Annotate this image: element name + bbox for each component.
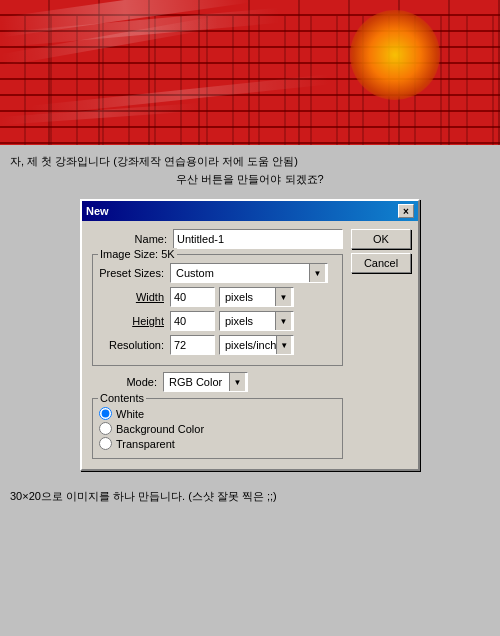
width-unit-select[interactable]: pixels ▼: [219, 287, 294, 307]
sun-decoration: [350, 10, 440, 100]
width-label: Width: [99, 291, 164, 303]
radio-bg-row: Background Color: [99, 422, 336, 435]
mode-arrow-icon: ▼: [229, 373, 245, 391]
dialog-container: New × Name: Image Size: 5K: [0, 194, 500, 481]
radio-transparent-label: Transparent: [116, 438, 175, 450]
name-label: Name:: [92, 233, 167, 245]
resolution-unit-arrow-icon: ▼: [276, 336, 291, 354]
width-input[interactable]: [170, 287, 215, 307]
height-unit-value: pixels: [222, 315, 275, 327]
dialog-titlebar: New ×: [82, 201, 418, 221]
cancel-button[interactable]: Cancel: [351, 253, 411, 273]
mode-select[interactable]: RGB Color ▼: [163, 372, 248, 392]
name-row: Name:: [92, 229, 343, 249]
height-input[interactable]: [170, 311, 215, 331]
header-image: [0, 0, 500, 145]
resolution-unit-select[interactable]: pixels/inch ▼: [219, 335, 294, 355]
dialog-left-panel: Name: Image Size: 5K Preset Sizes: Custo…: [92, 229, 343, 459]
preset-select[interactable]: Custom ▼: [170, 263, 328, 283]
resolution-unit-value: pixels/inch: [222, 339, 276, 351]
preset-arrow-icon: ▼: [309, 264, 325, 282]
preset-row: Preset Sizes: Custom ▼: [99, 263, 336, 283]
image-size-group: Image Size: 5K Preset Sizes: Custom ▼: [92, 254, 343, 366]
dialog-right-panel: OK Cancel: [351, 229, 411, 459]
mode-label: Mode:: [92, 376, 157, 388]
height-unit-select[interactable]: pixels ▼: [219, 311, 294, 331]
dialog-title: New: [86, 205, 109, 217]
resolution-row: Resolution: pixels/inch ▼: [99, 335, 336, 355]
intro-text: 자, 제 첫 강좌입니다 (강좌제작 연습용이라 저에 도움 안됨) 우산 버튼…: [0, 145, 500, 194]
width-unit-value: pixels: [222, 291, 275, 303]
contents-options: White Background Color Transparent: [99, 403, 336, 450]
radio-white[interactable]: [99, 407, 112, 420]
new-dialog: New × Name: Image Size: 5K: [80, 199, 420, 471]
ok-button[interactable]: OK: [351, 229, 411, 249]
height-unit-arrow-icon: ▼: [275, 312, 291, 330]
radio-transparent-row: Transparent: [99, 437, 336, 450]
preset-value: Custom: [173, 267, 309, 279]
radio-transparent[interactable]: [99, 437, 112, 450]
resolution-input[interactable]: [170, 335, 215, 355]
close-button[interactable]: ×: [398, 204, 414, 218]
radio-white-label: White: [116, 408, 144, 420]
dialog-body: Name: Image Size: 5K Preset Sizes: Custo…: [82, 221, 418, 469]
width-unit-arrow-icon: ▼: [275, 288, 291, 306]
height-row: Height pixels ▼: [99, 311, 336, 331]
width-row: Width pixels ▼: [99, 287, 336, 307]
radio-white-row: White: [99, 407, 336, 420]
contents-legend: Contents: [98, 392, 146, 404]
preset-label: Preset Sizes:: [99, 267, 164, 279]
mode-row: Mode: RGB Color ▼: [92, 372, 343, 392]
mode-value: RGB Color: [166, 376, 229, 388]
resolution-label: Resolution:: [99, 339, 164, 351]
bottom-text: 30×20으로 이미지를 하나 만듭니다. (스샷 잘못 찍은 ;;): [0, 481, 500, 512]
image-size-legend: Image Size: 5K: [98, 248, 177, 260]
radio-background[interactable]: [99, 422, 112, 435]
radio-background-label: Background Color: [116, 423, 204, 435]
name-input[interactable]: [173, 229, 343, 249]
image-size-content: Preset Sizes: Custom ▼ Width pixels: [99, 259, 336, 355]
contents-group: Contents White Background Color Trans: [92, 398, 343, 459]
height-label: Height: [99, 315, 164, 327]
